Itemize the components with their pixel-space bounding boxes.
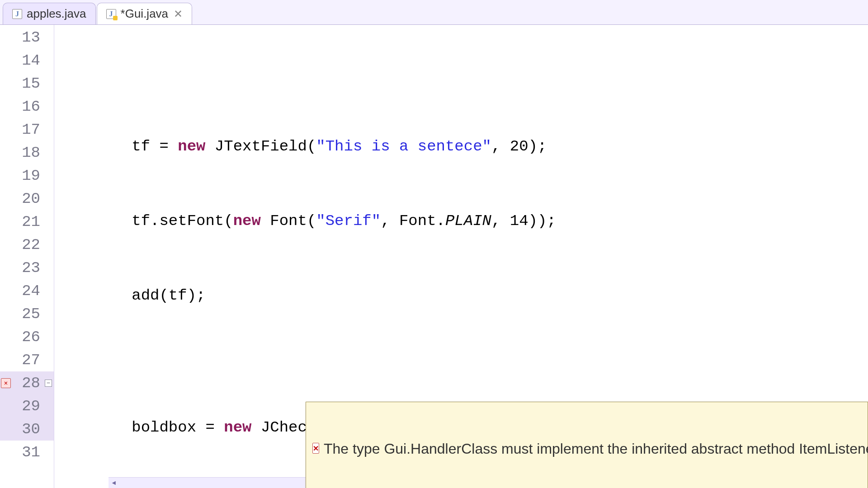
editor: 13 14 15 16 17 18 19 20 21 22 23 24 25 2…: [0, 24, 868, 488]
line-number: 21: [0, 210, 54, 233]
line-number: 22: [0, 233, 54, 256]
error-marker-icon[interactable]: ✕: [1, 378, 11, 388]
java-warning-icon: J: [106, 9, 116, 19]
gutter: 13 14 15 16 17 18 19 20 21 22 23 24 25 2…: [0, 25, 54, 488]
code-line[interactable]: [54, 60, 868, 83]
line-number: 20: [0, 187, 54, 210]
line-number: 30: [0, 418, 54, 441]
tab-label: *Gui.java: [121, 7, 169, 21]
tooltip-error-message: The type Gui.HandlerClass must implement…: [324, 439, 868, 459]
java-icon: J: [12, 9, 22, 19]
code-line[interactable]: add(tf);: [54, 284, 868, 307]
line-number: 17: [0, 118, 54, 141]
error-tooltip: ✕ The type Gui.HandlerClass must impleme…: [306, 402, 868, 488]
fold-icon[interactable]: −: [45, 380, 52, 387]
code-line[interactable]: [54, 341, 868, 364]
code-line[interactable]: tf.setFont(new Font("Serif", Font.PLAIN,…: [54, 209, 868, 232]
line-number: ✕ 28 −: [0, 371, 54, 394]
line-number: 29: [0, 394, 54, 418]
line-number: 25: [0, 302, 54, 325]
line-number: 16: [0, 95, 54, 118]
line-number: 18: [0, 141, 54, 164]
line-number: 24: [0, 279, 54, 302]
line-number: 31: [0, 441, 54, 464]
tab-label: apples.java: [27, 7, 86, 21]
line-number: 13: [0, 26, 54, 49]
tab-bar: J apples.java J *Gui.java ✕: [0, 0, 868, 24]
code-line[interactable]: tf = new JTextField("This is a sentece",…: [54, 135, 868, 158]
line-number: 27: [0, 348, 54, 371]
line-number: 26: [0, 325, 54, 348]
line-number: 15: [0, 72, 54, 95]
line-number: 19: [0, 164, 54, 187]
line-number: 14: [0, 49, 54, 72]
tab-apples[interactable]: J apples.java: [3, 3, 96, 24]
error-icon: ✕: [312, 443, 319, 454]
line-number: 23: [0, 256, 54, 279]
tooltip-error-row: ✕ The type Gui.HandlerClass must impleme…: [306, 436, 868, 462]
scroll-left-icon[interactable]: ◄: [108, 478, 119, 488]
close-icon[interactable]: ✕: [174, 8, 183, 20]
tab-gui[interactable]: J *Gui.java ✕: [97, 3, 193, 24]
code-area[interactable]: tf = new JTextField("This is a sentece",…: [54, 25, 868, 488]
